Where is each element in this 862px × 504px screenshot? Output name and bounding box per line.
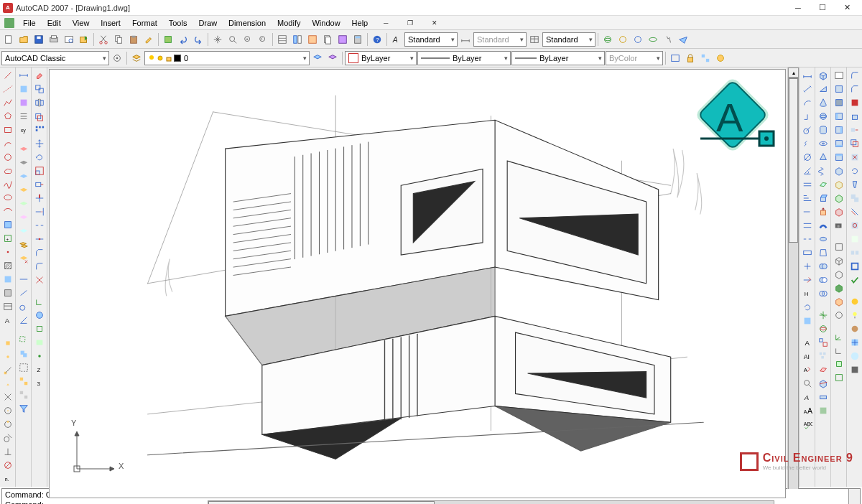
dim-jogged-icon[interactable]: [801, 137, 814, 150]
chamfer-icon-s[interactable]: [33, 246, 46, 259]
join-icon[interactable]: [33, 233, 46, 246]
layer-copy-icon[interactable]: [17, 239, 30, 252]
ucs-origin-icon[interactable]: [33, 350, 46, 363]
explode-icon-s[interactable]: [33, 274, 46, 286]
layer-walk-icon[interactable]: [17, 198, 30, 211]
viewport-max-icon[interactable]: [698, 51, 713, 65]
ucs-named-icon[interactable]: [833, 371, 845, 384]
ucs-face-icon[interactable]: [833, 358, 845, 370]
render-env-icon[interactable]: [848, 350, 861, 363]
clean-icon[interactable]: [848, 233, 861, 246]
plotstyle-dropdown[interactable]: ByColor: [606, 51, 663, 65]
pyramid-icon[interactable]: [817, 151, 830, 164]
ucs-object-icon[interactable]: [33, 322, 46, 335]
extrude-icon[interactable]: [817, 192, 830, 205]
osnap-center-icon[interactable]: [1, 404, 14, 417]
thicken-icon[interactable]: [817, 391, 830, 403]
dist-icon[interactable]: [17, 69, 30, 82]
visual-realistic-icon[interactable]: [833, 281, 845, 294]
dim-baseline-icon[interactable]: [801, 192, 814, 205]
render-icon[interactable]: [713, 51, 728, 65]
3d-orbit-icon[interactable]: [601, 32, 615, 47]
properties-icon[interactable]: [275, 32, 289, 47]
scale-icon[interactable]: [33, 164, 46, 177]
polygon-icon[interactable]: [1, 110, 14, 123]
new-icon[interactable]: [1, 32, 16, 47]
visual-conceptual-icon[interactable]: [833, 295, 845, 308]
dim-break-icon[interactable]: [801, 233, 814, 246]
fillet-edge-icon[interactable]: [848, 69, 861, 82]
layer-dropdown[interactable]: 0: [144, 51, 310, 65]
doc-close-button[interactable]: ✕: [422, 16, 447, 30]
dim-ordinate-icon[interactable]: [801, 110, 814, 123]
text-style-icon[interactable]: A: [389, 32, 404, 47]
offset-icon[interactable]: [33, 110, 46, 123]
dim-angular-icon[interactable]: [801, 164, 814, 177]
layer-iso-icon[interactable]: [17, 144, 30, 157]
viewport-lock-icon[interactable]: [683, 51, 698, 65]
table-icon[interactable]: [1, 300, 14, 313]
se-iso-icon[interactable]: [833, 178, 845, 191]
osnap-endpoint-icon[interactable]: [1, 364, 14, 377]
rotate-icon-s[interactable]: [33, 151, 46, 164]
layer-freeze-icon[interactable]: [17, 171, 30, 184]
zoom-realtime-icon[interactable]: [226, 32, 240, 47]
sw-iso-icon[interactable]: [833, 164, 845, 177]
workspace-settings-icon[interactable]: [110, 51, 124, 65]
visual-3dwire-icon[interactable]: [833, 254, 845, 267]
camera-icon[interactable]: [833, 219, 845, 232]
id-point-icon[interactable]: xy: [17, 123, 30, 136]
filter-icon[interactable]: [17, 402, 30, 415]
copy-faces-icon[interactable]: [848, 192, 861, 205]
chamfer-edge-icon[interactable]: [848, 83, 861, 95]
ungroup-icon[interactable]: [17, 388, 30, 401]
make-block-icon[interactable]: +: [1, 232, 14, 245]
menu-view[interactable]: View: [67, 17, 96, 29]
osnap-perpendicular-icon[interactable]: [1, 445, 14, 458]
3d-zoom-icon[interactable]: [631, 32, 645, 47]
named-views-icon[interactable]: [833, 69, 845, 82]
table-style-dropdown[interactable]: Standard: [542, 32, 595, 47]
dim-space-icon[interactable]: [801, 219, 814, 232]
text-multi-icon[interactable]: AI: [801, 350, 814, 363]
area-icon[interactable]: [17, 83, 30, 95]
lineweight-dropdown[interactable]: ByLayer: [511, 51, 605, 65]
osnap-from-icon[interactable]: [1, 350, 14, 363]
layer-off-icon[interactable]: [17, 157, 30, 170]
color-faces-icon[interactable]: [848, 96, 861, 109]
menu-dimension[interactable]: Dimension: [223, 17, 272, 29]
erase-icon[interactable]: [33, 69, 46, 82]
paste-icon[interactable]: [126, 32, 141, 47]
3drotate-icon[interactable]: [817, 322, 830, 335]
match-properties-icon[interactable]: [142, 32, 156, 47]
help-icon[interactable]: ?: [370, 32, 384, 47]
dim-style-icon[interactable]: [458, 32, 473, 47]
dim-aligned-icon[interactable]: [801, 83, 814, 95]
render-r-icon[interactable]: [848, 295, 861, 308]
visual-hidden-icon[interactable]: [833, 268, 845, 281]
dim-quick-icon[interactable]: [801, 178, 814, 191]
insert-block-icon[interactable]: [1, 218, 14, 231]
dim-style-update-icon[interactable]: [801, 314, 814, 327]
construction-line-icon[interactable]: [1, 83, 14, 95]
menu-format[interactable]: Format: [126, 17, 163, 29]
layer-current-icon[interactable]: [17, 225, 30, 238]
revolve-icon[interactable]: [817, 233, 830, 246]
wedge-icon[interactable]: [817, 83, 830, 95]
pan-icon[interactable]: [210, 32, 225, 47]
center-mark-icon[interactable]: [801, 260, 814, 273]
adv-render-icon[interactable]: [848, 363, 861, 376]
block-editor-icon[interactable]: [161, 32, 175, 47]
doc-minimize-button[interactable]: ─: [374, 16, 398, 30]
dim-radius-icon[interactable]: [801, 123, 814, 136]
text-style-dropdown[interactable]: Standard: [404, 32, 458, 47]
taper-faces-icon[interactable]: [848, 178, 861, 191]
left-view-icon[interactable]: [833, 110, 845, 123]
bottom-view-icon[interactable]: [833, 96, 845, 109]
move-icon[interactable]: [33, 137, 46, 150]
text-single-icon[interactable]: A: [801, 336, 814, 349]
find-icon[interactable]: [801, 377, 814, 390]
open-icon[interactable]: [17, 32, 31, 47]
tolerance-icon[interactable]: [801, 246, 814, 259]
osnap-none-icon[interactable]: [1, 459, 14, 472]
